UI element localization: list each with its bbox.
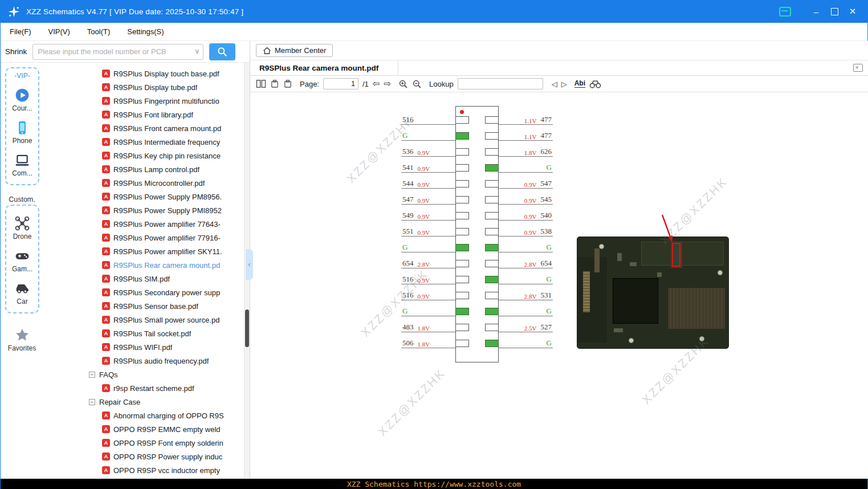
maximize-button[interactable]	[825, 3, 843, 20]
pin-label: 1.8V626	[499, 147, 553, 157]
pdf-icon: A	[102, 329, 110, 337]
tree-item[interactable]: AR9SPlus Display touch base.pdf	[43, 67, 244, 80]
tree-item[interactable]: AR9SPlus Power Supply PM8956.	[43, 190, 244, 203]
tree-item-label: OPPO R9SP EMMC empty weld	[113, 425, 221, 434]
menu-vip[interactable]: VIP(V)	[48, 27, 70, 36]
play-circle-icon	[14, 87, 30, 103]
phone-icon	[14, 120, 30, 135]
close-document-icon[interactable]	[853, 64, 863, 72]
menu-tool[interactable]: Tool(T)	[87, 27, 110, 36]
tree-item[interactable]: AR9SPlus Power Supply PMI8952	[43, 203, 244, 217]
tree-item[interactable]: AR9SPlus Small power source.pd	[43, 313, 244, 327]
sidebar-item-label: Drone	[13, 233, 32, 241]
dropdown-chevron-icon[interactable]: ∨	[194, 47, 199, 55]
menu-settings[interactable]: Settings(S)	[127, 27, 164, 36]
tree-item[interactable]: AR9SPlus Display tube.pdf	[43, 80, 244, 94]
lookup-input[interactable]	[458, 78, 543, 89]
facing-pages-icon[interactable]	[256, 79, 266, 88]
pdf-icon: A	[102, 357, 110, 365]
tree-item[interactable]: AR9SPlus Microcontroller.pdf	[43, 176, 244, 190]
tree-item[interactable]: AOPPO R9SP vcc inductor empty	[43, 463, 244, 477]
collapse-icon[interactable]: −	[89, 372, 95, 378]
tree-item[interactable]: AR9SPlus SIM.pdf	[43, 272, 244, 286]
tree-item[interactable]: AR9SPlus Power amplifier 77643-	[43, 217, 244, 231]
tree-item-label: Repair Case	[99, 398, 140, 406]
page-number-input[interactable]	[323, 78, 358, 89]
tree-item[interactable]: AR9SPlus Font library.pdf	[43, 108, 244, 121]
pin-box	[455, 292, 469, 299]
tree-item[interactable]: AR9SPlus Front camera mount.pd	[43, 121, 244, 135]
find-previous-icon[interactable]: ◁	[552, 80, 557, 88]
sidebar-item-computer[interactable]: Com...	[12, 152, 32, 177]
pdf-icon: A	[102, 343, 110, 351]
pin-label: 4831.8V	[401, 323, 455, 332]
shrink-button[interactable]: Shrink	[5, 47, 27, 56]
pin-label: 6542.8V	[401, 259, 455, 268]
next-page-icon[interactable]: ⇨	[384, 79, 391, 89]
pin-label: 1.1V477	[499, 115, 553, 125]
tree-item[interactable]: AR9SPlus Fingerprint multifunctio	[43, 94, 244, 108]
tree-item[interactable]: AOPPO R9SP Power supply induc	[43, 450, 244, 463]
tree-item[interactable]: AR9SPlus Power amplifier SKY11.	[43, 244, 244, 258]
previous-page-icon[interactable]: ⇦	[373, 79, 380, 89]
continuous-view-icon[interactable]	[283, 79, 292, 88]
vip-card-icon[interactable]	[779, 7, 791, 17]
panel-collapse-handle[interactable]: ‹	[246, 249, 253, 280]
sidebar-item-drone[interactable]: Drone	[12, 215, 32, 241]
tree-item[interactable]: AR9SPlus Tail socket.pdf	[43, 327, 244, 340]
tree-item-label: R9SPlus Small power source.pd	[113, 316, 219, 324]
sidebar-item-car[interactable]: Car	[12, 280, 32, 305]
title-bar: XZZ Schematics V4.77 [ VIP Due date: 202…	[1, 0, 867, 23]
minimize-button[interactable]: –	[807, 3, 825, 20]
binoculars-icon[interactable]	[589, 79, 601, 89]
pin-label: G	[499, 163, 553, 173]
member-center-button[interactable]: Member Center	[256, 44, 333, 57]
pdf-icon: A	[102, 111, 110, 119]
tree-item[interactable]: AR9SPlus Intermediate frequency	[43, 135, 244, 149]
highlight-all-icon[interactable]: Abi	[574, 80, 585, 88]
search-button[interactable]	[209, 43, 235, 60]
tree-item[interactable]: AR9SPlus Secondary power supp	[43, 286, 244, 299]
zoom-out-icon[interactable]	[412, 79, 422, 89]
zoom-in-icon[interactable]	[398, 79, 408, 89]
close-button[interactable]: ✕	[843, 3, 862, 20]
find-next-icon[interactable]: ▷	[561, 80, 567, 88]
pin-row: G1.1V477	[401, 128, 553, 144]
document-tab[interactable]: R9SPlus Rear camera mount.pdf	[250, 60, 398, 75]
tree-item[interactable]: AR9SPlus Lamp control.pdf	[43, 162, 244, 176]
tree-item[interactable]: AOPPO R9SP Font empty solderin	[43, 436, 244, 450]
tree-item[interactable]: AR9SPlus Key chip pin resistance	[43, 149, 244, 162]
pin-row: 5490.9V0.9V540	[401, 207, 553, 223]
tree-item[interactable]: AR9SPlus WIFI.pdf	[43, 340, 244, 354]
model-search-input[interactable]	[32, 44, 203, 60]
tree-folder[interactable]: −Repair Case	[43, 395, 244, 409]
tree-item[interactable]: Ar9sp Restart scheme.pdf	[43, 381, 244, 395]
vip-box: -VIP- Cour...PhoneCom...	[5, 67, 39, 185]
tree-item[interactable]: AOPPO R9SP EMMC empty weld	[43, 422, 244, 436]
menu-file[interactable]: File(F)	[10, 27, 31, 36]
pin-label: G	[401, 243, 455, 252]
menubar: File(F)VIP(V)Tool(T)Settings(S)	[1, 23, 867, 41]
pdf-icon: A	[102, 316, 110, 324]
search-row: Shrink ∨	[1, 41, 250, 63]
pcb-section	[577, 257, 607, 343]
sidebar-item-course[interactable]: Cour...	[12, 87, 32, 112]
tree-item[interactable]: AR9SPlus audio frequency.pdf	[43, 354, 244, 368]
collapse-icon[interactable]: −	[89, 399, 95, 405]
sidebar-item-favorites[interactable]: Favorites	[1, 327, 43, 352]
tree-item[interactable]: AAbnormal charging of OPPO R9S	[43, 409, 244, 422]
pdf-icon: A	[102, 425, 110, 433]
sidebar-item-label: Com...	[12, 169, 32, 177]
tree-item[interactable]: AR9SPlus Power amplifier 77916-	[43, 231, 244, 244]
pdf-icon: A	[102, 411, 110, 419]
single-page-view-icon[interactable]	[270, 79, 279, 88]
sidebar-item-game[interactable]: Gam...	[12, 248, 32, 273]
pdf-icon: A	[102, 288, 110, 296]
tree-item[interactable]: AR9SPlus Rear camera mount.pd	[43, 258, 244, 272]
scrollbar-thumb[interactable]	[245, 309, 249, 347]
tree-item[interactable]: AR9SPlus Sensor base.pdf	[43, 299, 244, 313]
watermark-text: XZZ@XZZHK	[375, 366, 448, 439]
tree-folder[interactable]: −FAQs	[43, 368, 244, 381]
sidebar-item-phone[interactable]: Phone	[12, 120, 32, 145]
vip-items: Cour...PhoneCom...	[12, 80, 32, 177]
